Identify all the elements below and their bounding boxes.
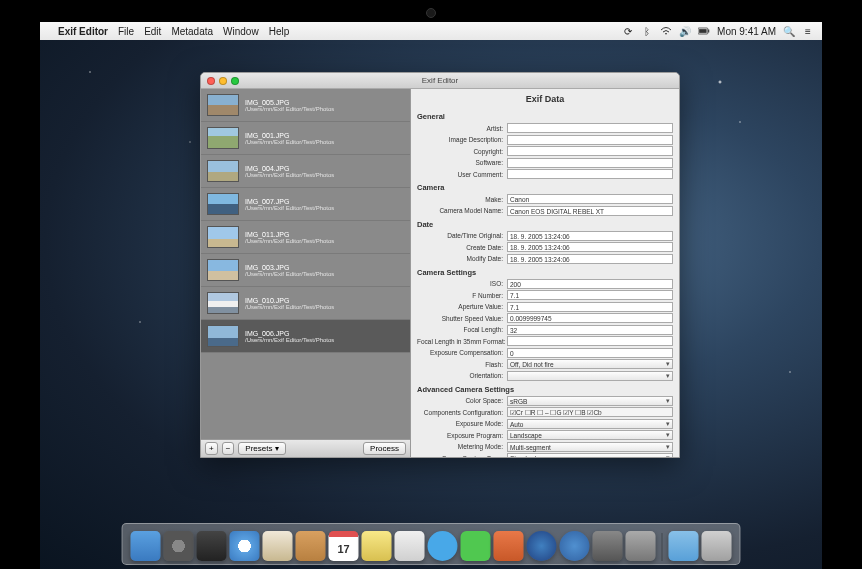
- exif-field-input[interactable]: 18. 9. 2005 13:24:06: [507, 231, 673, 241]
- exif-field-input[interactable]: ☑Cr ☐R ☐ – ☐G ☑Y ☐B ☑Cb: [507, 407, 673, 417]
- file-row[interactable]: IMG_003.JPG/Users/mn/Exif Editor/Test/Ph…: [201, 254, 410, 287]
- app-menu[interactable]: Exif Editor: [58, 26, 108, 37]
- menubar: Exif Editor File Edit Metadata Window He…: [40, 22, 822, 40]
- exif-field-input[interactable]: sRGB: [507, 396, 673, 406]
- exif-field-label: Camera Model Name:: [417, 207, 507, 214]
- exif-field-label: Software:: [417, 159, 507, 166]
- exif-field-input[interactable]: Auto: [507, 419, 673, 429]
- exif-field-input[interactable]: 0.0099999745: [507, 313, 673, 323]
- file-row[interactable]: IMG_006.JPG/Users/mn/Exif Editor/Test/Ph…: [201, 320, 410, 353]
- dock-downloads-icon[interactable]: [669, 531, 699, 561]
- exif-field-input[interactable]: Off, Did not fire: [507, 359, 673, 369]
- exif-field-label: Image Description:: [417, 136, 507, 143]
- dock-mail-icon[interactable]: [263, 531, 293, 561]
- dock-contacts-icon[interactable]: [296, 531, 326, 561]
- exif-field-row: Focal Length in 35mm Format:: [417, 336, 673, 346]
- menu-edit[interactable]: Edit: [144, 26, 161, 37]
- app-window: Exif Editor IMG_005.JPG/Users/mn/Exif Ed…: [200, 72, 680, 458]
- exif-field-input[interactable]: 18. 9. 2005 13:24:06: [507, 254, 673, 264]
- exif-field-input[interactable]: Landscape: [507, 430, 673, 440]
- menu-metadata[interactable]: Metadata: [171, 26, 213, 37]
- exif-field-input[interactable]: [507, 336, 673, 346]
- exif-field-row: Artist:: [417, 123, 673, 133]
- exif-field-label: F Number:: [417, 292, 507, 299]
- exif-field-input[interactable]: [507, 123, 673, 133]
- zoom-button[interactable]: [231, 77, 239, 85]
- exif-field-row: Copyright:: [417, 146, 673, 156]
- exif-field-row: Exposure Mode:Auto: [417, 419, 673, 429]
- exif-field-input[interactable]: 18. 9. 2005 13:24:06: [507, 242, 673, 252]
- menubar-clock[interactable]: Mon 9:41 AM: [717, 26, 776, 37]
- exif-field-label: Date/Time Original:: [417, 232, 507, 239]
- dock-trash-icon[interactable]: [702, 531, 732, 561]
- menu-file[interactable]: File: [118, 26, 134, 37]
- exif-field-input[interactable]: Canon: [507, 194, 673, 204]
- menu-window[interactable]: Window: [223, 26, 259, 37]
- close-button[interactable]: [207, 77, 215, 85]
- dock-safari-icon[interactable]: [230, 531, 260, 561]
- dock-calendar-icon[interactable]: 17: [329, 531, 359, 561]
- remove-file-button[interactable]: −: [222, 442, 235, 455]
- exif-panel: Exif Data GeneralArtist:Image Descriptio…: [411, 89, 679, 457]
- menu-help[interactable]: Help: [269, 26, 290, 37]
- file-thumbnail: [207, 325, 239, 347]
- file-thumbnail: [207, 160, 239, 182]
- bluetooth-icon[interactable]: ᛒ: [641, 25, 653, 37]
- dock-finder-icon[interactable]: [131, 531, 161, 561]
- exif-field-label: Copyright:: [417, 148, 507, 155]
- minimize-button[interactable]: [219, 77, 227, 85]
- exif-field-label: Orientation:: [417, 372, 507, 379]
- file-row[interactable]: IMG_007.JPG/Users/mn/Exif Editor/Test/Ph…: [201, 188, 410, 221]
- sync-icon[interactable]: ⟳: [622, 25, 634, 37]
- exif-field-input[interactable]: [507, 371, 673, 381]
- battery-icon[interactable]: [698, 25, 710, 37]
- file-row[interactable]: IMG_011.JPG/Users/mn/Exif Editor/Test/Ph…: [201, 221, 410, 254]
- dock-launchpad-icon[interactable]: [164, 531, 194, 561]
- exif-field-input[interactable]: Multi-segment: [507, 442, 673, 452]
- file-row[interactable]: IMG_001.JPG/Users/mn/Exif Editor/Test/Ph…: [201, 122, 410, 155]
- exif-section-header: Camera Settings: [417, 268, 673, 277]
- file-thumbnail: [207, 292, 239, 314]
- dock-itunes-icon[interactable]: [527, 531, 557, 561]
- exif-field-input[interactable]: 200: [507, 279, 673, 289]
- exif-field-input[interactable]: [507, 158, 673, 168]
- file-list[interactable]: IMG_005.JPG/Users/mn/Exif Editor/Test/Ph…: [201, 89, 410, 439]
- dock-photobooth-icon[interactable]: [494, 531, 524, 561]
- dock-gamecenter-icon[interactable]: [593, 531, 623, 561]
- file-row[interactable]: IMG_005.JPG/Users/mn/Exif Editor/Test/Ph…: [201, 89, 410, 122]
- file-path: /Users/mn/Exif Editor/Test/Photos: [245, 106, 334, 112]
- dock-facetime-icon[interactable]: [461, 531, 491, 561]
- dock-messages-icon[interactable]: [428, 531, 458, 561]
- dock-appstore-icon[interactable]: [560, 531, 590, 561]
- file-name: IMG_006.JPG: [245, 330, 334, 337]
- exif-field-input[interactable]: [507, 135, 673, 145]
- titlebar[interactable]: Exif Editor: [201, 73, 679, 89]
- exif-field-input[interactable]: 7.1: [507, 290, 673, 300]
- file-path: /Users/mn/Exif Editor/Test/Photos: [245, 205, 334, 211]
- presets-dropdown[interactable]: Presets ▾: [238, 442, 285, 455]
- dock-sysprefs-icon[interactable]: [626, 531, 656, 561]
- dock-notes-icon[interactable]: [362, 531, 392, 561]
- exif-section-header: Camera: [417, 183, 673, 192]
- exif-field-row: Components Configuration:☑Cr ☐R ☐ – ☐G ☑…: [417, 407, 673, 417]
- process-button[interactable]: Process: [363, 442, 406, 455]
- file-name: IMG_010.JPG: [245, 297, 334, 304]
- exif-field-input[interactable]: 7.1: [507, 302, 673, 312]
- add-file-button[interactable]: +: [205, 442, 218, 455]
- wifi-icon[interactable]: [660, 25, 672, 37]
- exif-field-input[interactable]: 32: [507, 325, 673, 335]
- exif-field-input[interactable]: Canon EOS DIGITAL REBEL XT: [507, 206, 673, 216]
- exif-field-input[interactable]: [507, 169, 673, 179]
- volume-icon[interactable]: 🔊: [679, 25, 691, 37]
- exif-field-input[interactable]: Standard: [507, 453, 673, 457]
- notifications-icon[interactable]: ≡: [802, 25, 814, 37]
- dock-reminders-icon[interactable]: [395, 531, 425, 561]
- exif-field-input[interactable]: 0: [507, 348, 673, 358]
- file-row[interactable]: IMG_010.JPG/Users/mn/Exif Editor/Test/Ph…: [201, 287, 410, 320]
- dock-missioncontrol-icon[interactable]: [197, 531, 227, 561]
- file-row[interactable]: IMG_004.JPG/Users/mn/Exif Editor/Test/Ph…: [201, 155, 410, 188]
- exif-field-row: Make:Canon: [417, 194, 673, 204]
- spotlight-icon[interactable]: 🔍: [783, 25, 795, 37]
- exif-field-input[interactable]: [507, 146, 673, 156]
- exif-field-label: Focal Length:: [417, 326, 507, 333]
